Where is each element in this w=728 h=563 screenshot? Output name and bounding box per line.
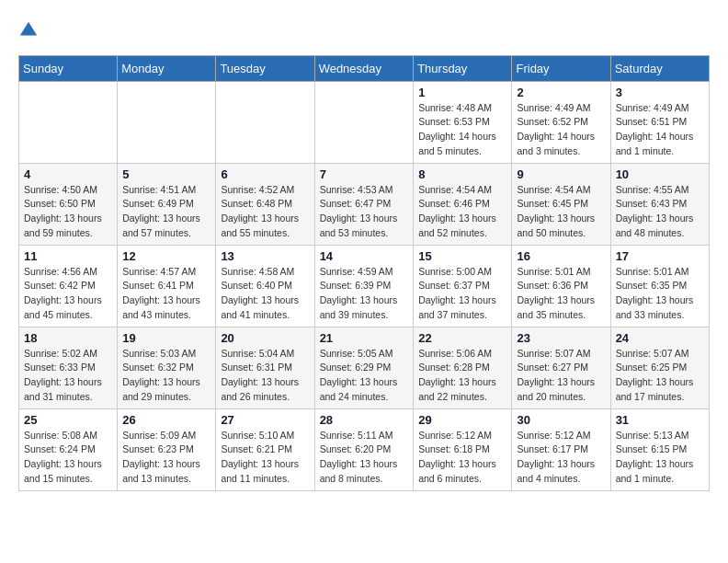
day-number: 31	[616, 413, 704, 427]
day-info: Sunrise: 4:57 AM Sunset: 6:41 PM Dayligh…	[122, 265, 210, 323]
calendar-day-cell: 8Sunrise: 4:54 AM Sunset: 6:46 PM Daylig…	[414, 163, 512, 245]
calendar-day-cell	[19, 81, 118, 163]
calendar-day-cell: 28Sunrise: 5:11 AM Sunset: 6:20 PM Dayli…	[314, 408, 414, 490]
day-header-sunday: Sunday	[19, 55, 118, 81]
day-info: Sunrise: 4:55 AM Sunset: 6:43 PM Dayligh…	[616, 183, 704, 241]
calendar-day-cell: 19Sunrise: 5:03 AM Sunset: 6:32 PM Dayli…	[118, 327, 216, 408]
calendar-day-cell: 12Sunrise: 4:57 AM Sunset: 6:41 PM Dayli…	[118, 245, 216, 327]
day-info: Sunrise: 5:03 AM Sunset: 6:32 PM Dayligh…	[122, 347, 210, 405]
day-number: 13	[221, 249, 309, 263]
day-number: 7	[320, 167, 409, 181]
logo	[18, 18, 39, 40]
day-header-thursday: Thursday	[414, 55, 512, 81]
day-header-tuesday: Tuesday	[216, 55, 314, 81]
day-number: 20	[221, 331, 309, 345]
calendar-day-cell: 3Sunrise: 4:49 AM Sunset: 6:51 PM Daylig…	[610, 81, 709, 163]
day-number: 9	[517, 167, 605, 181]
day-info: Sunrise: 4:54 AM Sunset: 6:45 PM Dayligh…	[517, 183, 605, 241]
calendar-day-cell: 10Sunrise: 4:55 AM Sunset: 6:43 PM Dayli…	[610, 163, 709, 245]
day-number: 10	[616, 167, 704, 181]
calendar-week-row: 25Sunrise: 5:08 AM Sunset: 6:24 PM Dayli…	[19, 408, 710, 490]
day-info: Sunrise: 4:53 AM Sunset: 6:47 PM Dayligh…	[320, 183, 409, 241]
day-number: 3	[616, 86, 704, 99]
day-number: 12	[122, 249, 210, 263]
logo-icon	[18, 20, 39, 40]
calendar-day-cell: 11Sunrise: 4:56 AM Sunset: 6:42 PM Dayli…	[19, 245, 118, 327]
day-number: 15	[418, 249, 506, 263]
day-number: 21	[320, 331, 409, 345]
day-number: 18	[24, 331, 112, 345]
day-number: 2	[517, 86, 605, 99]
day-number: 16	[517, 249, 605, 263]
day-number: 27	[221, 413, 309, 427]
calendar-day-cell: 31Sunrise: 5:13 AM Sunset: 6:15 PM Dayli…	[610, 408, 709, 490]
day-number: 14	[320, 249, 409, 263]
day-info: Sunrise: 5:01 AM Sunset: 6:36 PM Dayligh…	[517, 265, 605, 323]
day-info: Sunrise: 4:56 AM Sunset: 6:42 PM Dayligh…	[24, 265, 112, 323]
day-info: Sunrise: 5:08 AM Sunset: 6:24 PM Dayligh…	[24, 429, 112, 487]
calendar-day-cell	[118, 81, 216, 163]
calendar-day-cell: 7Sunrise: 4:53 AM Sunset: 6:47 PM Daylig…	[314, 163, 414, 245]
calendar-day-cell: 2Sunrise: 4:49 AM Sunset: 6:52 PM Daylig…	[512, 81, 610, 163]
day-number: 28	[320, 413, 409, 427]
calendar-day-cell: 27Sunrise: 5:10 AM Sunset: 6:21 PM Dayli…	[216, 408, 314, 490]
day-number: 30	[517, 413, 605, 427]
calendar-day-cell: 24Sunrise: 5:07 AM Sunset: 6:25 PM Dayli…	[610, 327, 709, 408]
day-number: 23	[517, 331, 605, 345]
day-number: 1	[418, 86, 506, 99]
calendar-day-cell: 4Sunrise: 4:50 AM Sunset: 6:50 PM Daylig…	[19, 163, 118, 245]
page-header	[18, 18, 710, 40]
day-info: Sunrise: 5:12 AM Sunset: 6:18 PM Dayligh…	[418, 429, 506, 487]
day-info: Sunrise: 5:11 AM Sunset: 6:20 PM Dayligh…	[320, 429, 409, 487]
day-number: 11	[24, 249, 112, 263]
calendar-day-cell: 6Sunrise: 4:52 AM Sunset: 6:48 PM Daylig…	[216, 163, 314, 245]
day-number: 19	[122, 331, 210, 345]
day-info: Sunrise: 5:09 AM Sunset: 6:23 PM Dayligh…	[122, 429, 210, 487]
calendar-day-cell: 22Sunrise: 5:06 AM Sunset: 6:28 PM Dayli…	[414, 327, 512, 408]
day-info: Sunrise: 5:06 AM Sunset: 6:28 PM Dayligh…	[418, 347, 506, 405]
day-info: Sunrise: 4:52 AM Sunset: 6:48 PM Dayligh…	[221, 183, 309, 241]
day-info: Sunrise: 5:07 AM Sunset: 6:25 PM Dayligh…	[616, 347, 704, 405]
calendar-day-cell: 21Sunrise: 5:05 AM Sunset: 6:29 PM Dayli…	[314, 327, 414, 408]
day-info: Sunrise: 5:12 AM Sunset: 6:17 PM Dayligh…	[517, 429, 605, 487]
calendar-day-cell: 9Sunrise: 4:54 AM Sunset: 6:45 PM Daylig…	[512, 163, 610, 245]
calendar-day-cell: 18Sunrise: 5:02 AM Sunset: 6:33 PM Dayli…	[19, 327, 118, 408]
day-number: 4	[24, 167, 112, 181]
day-info: Sunrise: 4:49 AM Sunset: 6:52 PM Dayligh…	[517, 101, 605, 159]
day-info: Sunrise: 5:05 AM Sunset: 6:29 PM Dayligh…	[320, 347, 409, 405]
calendar-week-row: 4Sunrise: 4:50 AM Sunset: 6:50 PM Daylig…	[19, 163, 710, 245]
calendar-day-cell: 14Sunrise: 4:59 AM Sunset: 6:39 PM Dayli…	[314, 245, 414, 327]
calendar-day-cell	[216, 81, 314, 163]
day-info: Sunrise: 5:13 AM Sunset: 6:15 PM Dayligh…	[616, 429, 704, 487]
day-info: Sunrise: 4:58 AM Sunset: 6:40 PM Dayligh…	[221, 265, 309, 323]
day-info: Sunrise: 4:59 AM Sunset: 6:39 PM Dayligh…	[320, 265, 409, 323]
day-info: Sunrise: 4:50 AM Sunset: 6:50 PM Dayligh…	[24, 183, 112, 241]
calendar-day-cell: 25Sunrise: 5:08 AM Sunset: 6:24 PM Dayli…	[19, 408, 118, 490]
calendar-header-row: SundayMondayTuesdayWednesdayThursdayFrid…	[19, 55, 710, 81]
calendar-day-cell: 20Sunrise: 5:04 AM Sunset: 6:31 PM Dayli…	[216, 327, 314, 408]
day-number: 24	[616, 331, 704, 345]
day-header-friday: Friday	[512, 55, 610, 81]
calendar-day-cell: 1Sunrise: 4:48 AM Sunset: 6:53 PM Daylig…	[414, 81, 512, 163]
day-number: 29	[418, 413, 506, 427]
day-info: Sunrise: 5:04 AM Sunset: 6:31 PM Dayligh…	[221, 347, 309, 405]
day-info: Sunrise: 5:01 AM Sunset: 6:35 PM Dayligh…	[616, 265, 704, 323]
calendar-day-cell: 17Sunrise: 5:01 AM Sunset: 6:35 PM Dayli…	[610, 245, 709, 327]
day-number: 8	[418, 167, 506, 181]
svg-marker-0	[20, 22, 37, 36]
calendar-day-cell: 15Sunrise: 5:00 AM Sunset: 6:37 PM Dayli…	[414, 245, 512, 327]
calendar-day-cell: 26Sunrise: 5:09 AM Sunset: 6:23 PM Dayli…	[118, 408, 216, 490]
day-number: 6	[221, 167, 309, 181]
day-header-monday: Monday	[118, 55, 216, 81]
day-info: Sunrise: 4:48 AM Sunset: 6:53 PM Dayligh…	[418, 101, 506, 159]
calendar-day-cell: 5Sunrise: 4:51 AM Sunset: 6:49 PM Daylig…	[118, 163, 216, 245]
day-header-wednesday: Wednesday	[314, 55, 414, 81]
calendar-week-row: 1Sunrise: 4:48 AM Sunset: 6:53 PM Daylig…	[19, 81, 710, 163]
calendar-table: SundayMondayTuesdayWednesdayThursdayFrid…	[18, 55, 710, 491]
calendar-week-row: 11Sunrise: 4:56 AM Sunset: 6:42 PM Dayli…	[19, 245, 710, 327]
calendar-day-cell: 13Sunrise: 4:58 AM Sunset: 6:40 PM Dayli…	[216, 245, 314, 327]
day-info: Sunrise: 4:54 AM Sunset: 6:46 PM Dayligh…	[418, 183, 506, 241]
day-number: 5	[122, 167, 210, 181]
day-header-saturday: Saturday	[610, 55, 709, 81]
day-info: Sunrise: 5:02 AM Sunset: 6:33 PM Dayligh…	[24, 347, 112, 405]
